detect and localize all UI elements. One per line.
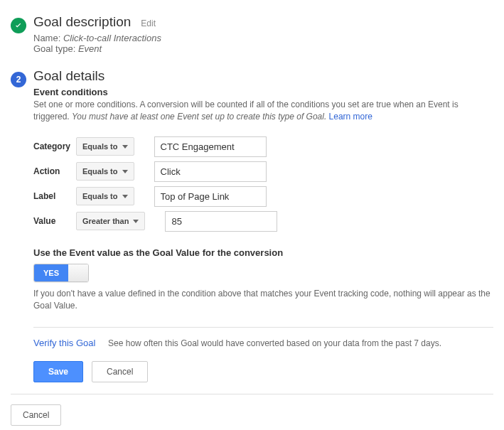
hint-text-b: You must have at least one Event set up … xyxy=(72,112,326,122)
goal-name-label: Name: xyxy=(33,33,60,43)
goal-value-hint: If you don't have a value defined in the… xyxy=(33,288,493,313)
condition-value-input[interactable] xyxy=(154,186,267,207)
goal-name-value: Click-to-call Interactions xyxy=(63,33,161,43)
step-goal-details: 2 Goal details Event conditions Set one … xyxy=(11,68,493,382)
divider xyxy=(33,327,493,328)
condition-value-input[interactable] xyxy=(154,136,267,157)
goal-name-line: Name: Click-to-call Interactions xyxy=(33,33,493,43)
edit-link[interactable]: Edit xyxy=(141,18,156,28)
condition-operator-dropdown[interactable]: Equals to xyxy=(76,187,134,205)
condition-label: Label xyxy=(33,191,76,201)
check-icon xyxy=(11,18,26,33)
condition-row-category: Category Equals to xyxy=(33,136,493,157)
use-event-value-toggle[interactable]: YES xyxy=(33,264,89,282)
step1-title: Goal description xyxy=(33,14,131,30)
goal-type-label: Goal type: xyxy=(33,43,75,54)
goal-type-line: Goal type: Event xyxy=(33,43,493,54)
verify-row: Verify this Goal See how often this Goal… xyxy=(33,338,493,348)
step2-title: Goal details xyxy=(33,68,104,84)
verify-goal-text: See how often this Goal would have conve… xyxy=(108,338,441,348)
toggle-off-pane xyxy=(68,264,88,281)
outer-cancel-row: Cancel xyxy=(11,394,493,426)
condition-value-input[interactable] xyxy=(154,161,267,182)
form-buttons: Save Cancel xyxy=(33,361,493,382)
condition-row-label: Label Equals to xyxy=(33,186,493,207)
event-conditions-table: Category Equals to Action Equals to Labe… xyxy=(33,136,493,232)
outer-cancel-button[interactable]: Cancel xyxy=(11,404,61,426)
condition-operator-dropdown[interactable]: Equals to xyxy=(76,137,134,156)
chevron-down-icon xyxy=(122,170,128,173)
condition-label: Action xyxy=(33,166,76,176)
chevron-down-icon xyxy=(122,195,128,198)
dropdown-value: Equals to xyxy=(82,142,118,151)
condition-operator-dropdown[interactable]: Equals to xyxy=(76,162,134,181)
step-number-badge: 2 xyxy=(11,72,26,87)
save-button[interactable]: Save xyxy=(33,361,83,382)
dropdown-value: Greater than xyxy=(82,217,129,225)
learn-more-link[interactable]: Learn more xyxy=(329,112,372,122)
condition-row-action: Action Equals to xyxy=(33,161,493,182)
event-conditions-heading: Event conditions xyxy=(33,87,493,97)
chevron-down-icon xyxy=(133,220,139,223)
event-conditions-hint: Set one or more conditions. A conversion… xyxy=(33,99,493,124)
cancel-button[interactable]: Cancel xyxy=(92,361,148,382)
verify-goal-link[interactable]: Verify this Goal xyxy=(33,338,95,348)
dropdown-value: Equals to xyxy=(82,167,118,176)
goal-type-value: Event xyxy=(78,43,102,54)
condition-label: Value xyxy=(33,216,76,226)
step-goal-description: Goal description Edit Name: Click-to-cal… xyxy=(11,14,493,64)
use-event-value-label: Use the Event value as the Goal Value fo… xyxy=(33,247,493,258)
toggle-on-label: YES xyxy=(34,264,68,281)
chevron-down-icon xyxy=(122,145,128,149)
condition-row-value: Value Greater than xyxy=(33,211,493,232)
condition-operator-dropdown[interactable]: Greater than xyxy=(76,212,145,230)
condition-label: Category xyxy=(33,141,76,151)
dropdown-value: Equals to xyxy=(82,192,118,200)
step-number: 2 xyxy=(16,75,21,85)
condition-value-input[interactable] xyxy=(165,211,277,232)
